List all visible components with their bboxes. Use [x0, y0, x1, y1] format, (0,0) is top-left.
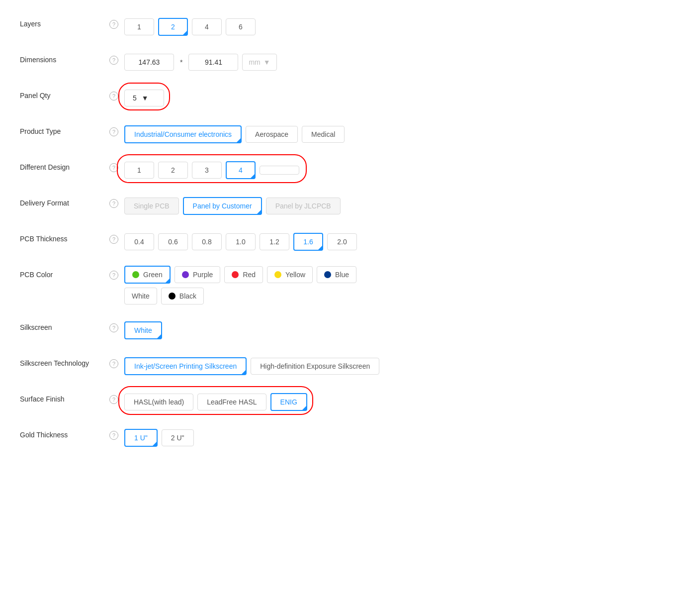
dimensions-unit-select[interactable]: mm ▼ [242, 54, 276, 71]
panel-qty-help-icon[interactable]: ? [109, 92, 118, 101]
silkscreen-tech-hd[interactable]: High-definition Exposure Silkscreen [251, 358, 379, 375]
silkscreen-white[interactable]: White [124, 321, 162, 339]
silkscreen-label: Silkscreen [20, 318, 109, 331]
delivery-format-help-icon[interactable]: ? [109, 199, 118, 208]
surface-finish-enig[interactable]: ENIG [270, 393, 307, 411]
purple-dot [182, 271, 189, 278]
pcb-thickness-1-2[interactable]: 1.2 [260, 233, 289, 250]
delivery-format-single[interactable]: Single PCB [124, 198, 179, 214]
green-dot [132, 271, 139, 278]
pcb-thickness-0-8[interactable]: 0.8 [192, 233, 222, 250]
pcb-color-yellow[interactable]: Yellow [267, 266, 313, 283]
layers-option-6[interactable]: 6 [226, 18, 256, 35]
pcb-thickness-help-icon[interactable]: ? [109, 235, 118, 244]
dimensions-unit-value: mm [249, 58, 260, 66]
layers-option-1[interactable]: 1 [124, 18, 154, 35]
silkscreen-tech-controls: Ink-jet/Screen Printing Silkscreen High-… [124, 354, 379, 375]
pcb-thickness-1-0[interactable]: 1.0 [226, 233, 256, 250]
pcb-thickness-label: PCB Thickness [20, 230, 109, 243]
different-design-row: Different Design ? 1 2 3 4 [20, 158, 680, 180]
silkscreen-tech-help-icon[interactable]: ? [109, 359, 118, 368]
surface-finish-leadfree[interactable]: LeadFree HASL [197, 394, 266, 410]
pcb-color-blue-label: Blue [335, 271, 349, 279]
black-dot [169, 293, 175, 300]
pcb-color-purple-label: Purple [193, 271, 213, 279]
delivery-format-row: Delivery Format ? Single PCB Panel by Cu… [20, 194, 680, 216]
surface-finish-help-icon[interactable]: ? [109, 395, 118, 404]
silkscreen-help-icon[interactable]: ? [109, 323, 118, 332]
pcb-color-white[interactable]: White [124, 288, 157, 304]
different-design-2[interactable]: 2 [158, 162, 188, 179]
dimensions-help-icon[interactable]: ? [109, 56, 118, 65]
gold-thickness-label: Gold Thickness [20, 426, 109, 439]
gold-thickness-controls: 1 U" 2 U" [124, 426, 194, 447]
different-design-1[interactable]: 1 [124, 162, 154, 179]
product-type-label: Product Type [20, 122, 109, 135]
surface-finish-hasl[interactable]: HASL(with lead) [124, 394, 193, 410]
pcb-color-help-icon[interactable]: ? [109, 271, 118, 280]
product-type-row: Product Type ? Industrial/Consumer elect… [20, 122, 680, 144]
panel-qty-value: 5 [133, 94, 137, 102]
delivery-format-controls: Single PCB Panel by Customer Panel by JL… [124, 194, 341, 215]
pcb-color-green[interactable]: Green [124, 266, 171, 284]
pcb-color-white-label: White [132, 292, 150, 300]
pcb-thickness-1-6[interactable]: 1.6 [293, 233, 323, 251]
silkscreen-tech-row: Silkscreen Technology ? Ink-jet/Screen P… [20, 354, 680, 376]
product-type-controls: Industrial/Consumer electronics Aerospac… [124, 122, 345, 143]
product-type-medical[interactable]: Medical [302, 126, 345, 143]
gold-thickness-2u[interactable]: 2 U" [162, 429, 194, 446]
pcb-color-red[interactable]: Red [224, 266, 263, 283]
different-design-controls: 1 2 3 4 [124, 158, 299, 179]
different-design-4[interactable]: 4 [226, 161, 256, 179]
silkscreen-tech-label: Silkscreen Technology [20, 354, 109, 367]
blue-dot [324, 271, 331, 278]
dimensions-separator: * [180, 58, 182, 66]
different-design-3[interactable]: 3 [192, 162, 222, 179]
pcb-thickness-0-6[interactable]: 0.6 [158, 233, 188, 250]
gold-thickness-row: Gold Thickness ? 1 U" 2 U" [20, 426, 680, 448]
panel-qty-label: Panel Qty [20, 87, 109, 100]
pcb-color-black-label: Black [179, 292, 196, 300]
silkscreen-tech-inkjet[interactable]: Ink-jet/Screen Printing Silkscreen [124, 357, 247, 375]
gold-thickness-1u[interactable]: 1 U" [124, 429, 158, 447]
product-type-help-icon[interactable]: ? [109, 127, 118, 136]
delivery-format-panel-customer[interactable]: Panel by Customer [183, 197, 262, 215]
silkscreen-controls: White [124, 318, 162, 339]
dimensions-height-input[interactable] [188, 54, 238, 71]
dimensions-width-input[interactable] [124, 54, 174, 71]
pcb-color-purple[interactable]: Purple [175, 266, 220, 283]
panel-qty-select[interactable]: 5 ▼ [124, 90, 164, 106]
surface-finish-label: Surface Finish [20, 390, 109, 403]
panel-qty-row: Panel Qty ? 5 ▼ [20, 87, 680, 108]
layers-label: Layers [20, 15, 109, 28]
pcb-color-label: PCB Color [20, 266, 109, 279]
product-type-aerospace[interactable]: Aerospace [246, 126, 298, 143]
different-design-label: Different Design [20, 158, 109, 171]
pcb-thickness-0-4[interactable]: 0.4 [124, 233, 154, 250]
pcb-color-row: PCB Color ? Green Purple Red Yellow Blue [20, 266, 680, 304]
dimensions-controls: * mm ▼ [124, 51, 277, 71]
dimensions-row: Dimensions ? * mm ▼ [20, 51, 680, 73]
layers-controls: 1 2 4 6 [124, 15, 256, 36]
pcb-color-green-label: Green [143, 271, 163, 279]
layers-option-2[interactable]: 2 [158, 18, 188, 36]
pcb-color-yellow-label: Yellow [285, 271, 305, 279]
red-dot [232, 271, 239, 278]
silkscreen-row: Silkscreen ? White [20, 318, 680, 340]
pcb-color-controls: Green Purple Red Yellow Blue White [124, 266, 356, 304]
pcb-color-blue[interactable]: Blue [317, 266, 356, 283]
layers-help-icon[interactable]: ? [109, 20, 118, 29]
delivery-format-panel-jlcpcb[interactable]: Panel by JLCPCB [266, 198, 341, 214]
different-design-help-icon[interactable]: ? [109, 163, 118, 172]
pcb-color-black[interactable]: Black [161, 288, 204, 304]
layers-option-4[interactable]: 4 [192, 18, 222, 35]
different-design-blank[interactable] [260, 166, 299, 175]
product-type-industrial[interactable]: Industrial/Consumer electronics [124, 125, 242, 143]
pcb-color-red-label: Red [243, 271, 256, 279]
pcb-thickness-2-0[interactable]: 2.0 [327, 233, 357, 250]
delivery-format-label: Delivery Format [20, 194, 109, 207]
panel-qty-dropdown-icon: ▼ [142, 94, 149, 102]
pcb-thickness-row: PCB Thickness ? 0.4 0.6 0.8 1.0 1.2 1.6 … [20, 230, 680, 252]
dimensions-unit-dropdown-icon: ▼ [263, 58, 270, 66]
gold-thickness-help-icon[interactable]: ? [109, 431, 118, 440]
